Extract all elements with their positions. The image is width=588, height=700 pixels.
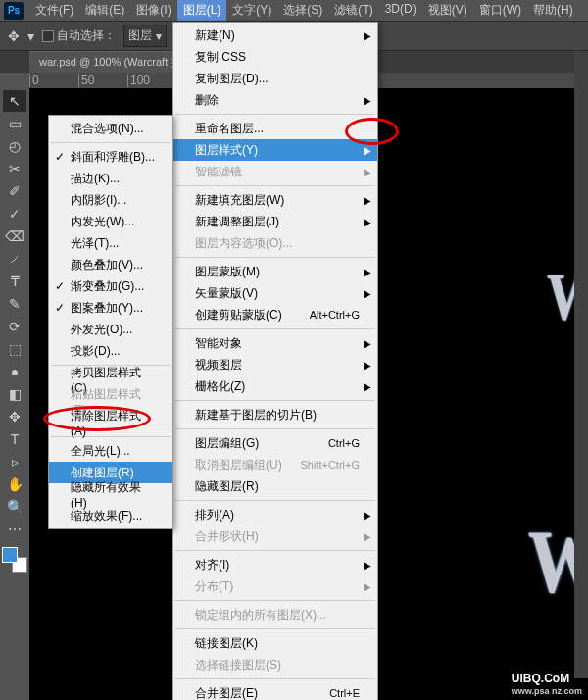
check-icon: ✓ [55, 279, 65, 293]
menu-item[interactable]: 删除▶ [173, 89, 377, 111]
menu-item[interactable]: 对齐(I)▶ [173, 554, 377, 575]
menu-l[interactable]: 图层(L) [177, 0, 227, 21]
tool-3[interactable]: ✂ [3, 158, 26, 179]
menu-s[interactable]: 选择(S) [277, 0, 328, 21]
tool-7[interactable]: ⟋ [3, 248, 26, 270]
submenu-arrow-icon: ▶ [364, 381, 371, 392]
menu-item-label: 光泽(T)... [71, 235, 119, 252]
tool-11[interactable]: ⬚ [3, 338, 26, 360]
menu-item[interactable]: ✓图案叠加(Y)... [49, 297, 172, 319]
menu-item-label: 重命名图层... [195, 121, 264, 137]
submenu-arrow-icon: ▶ [364, 95, 371, 106]
submenu-arrow-icon: ▶ [364, 560, 371, 571]
layer-menu-dropdown: 新建(N)▶复制 CSS复制图层(D)...删除▶重命名图层...图层样式(Y)… [172, 22, 378, 700]
tool-8[interactable]: ₸ [3, 271, 26, 292]
menu-item[interactable]: 矢量蒙版(V)▶ [173, 282, 377, 304]
tool-18[interactable]: 🔍 [3, 496, 26, 518]
menu-item[interactable]: ✓斜面和浮雕(B)... [49, 146, 172, 168]
auto-select-checkbox[interactable]: 自动选择： [42, 27, 116, 44]
chevron-down-icon: ▾ [156, 29, 162, 43]
menu-y[interactable]: 文字(Y) [226, 0, 277, 21]
menu-item[interactable]: 描边(K)... [49, 168, 172, 189]
tool-1[interactable]: ▭ [3, 113, 26, 134]
tool-12[interactable]: ● [3, 361, 26, 382]
tool-10[interactable]: ⟳ [3, 316, 26, 337]
menu-item[interactable]: 颜色叠加(V)... [49, 254, 172, 275]
menu-item[interactable]: 新建调整图层(J)▶ [173, 211, 377, 232]
menu-item[interactable]: 新建(N)▶ [173, 25, 377, 46]
menu-item[interactable]: 复制 CSS [173, 46, 377, 68]
tool-6[interactable]: ⌫ [3, 225, 26, 247]
menu-item[interactable]: 新建填充图层(W)▶ [173, 189, 377, 211]
menu-item[interactable]: 链接图层(K) [173, 632, 377, 654]
menu-item[interactable]: 智能对象▶ [173, 332, 377, 354]
menu-item[interactable]: 新建基于图层的切片(B) [173, 404, 377, 425]
menu-item-label: 隐藏图层(R) [195, 478, 259, 495]
menu-item[interactable]: 视频图层▶ [173, 354, 377, 375]
menu-item[interactable]: 外发光(O)... [49, 319, 172, 340]
menu-item[interactable]: 投影(D)... [49, 340, 172, 362]
menu-dd[interactable]: 3D(D) [379, 0, 422, 21]
menu-separator [175, 400, 375, 401]
menu-item-label: 颜色叠加(V)... [71, 257, 143, 274]
menu-item: 分布(T)▶ [173, 575, 377, 597]
dropdown-icon[interactable]: ▾ [27, 28, 34, 44]
menu-w[interactable]: 窗口(W) [473, 0, 527, 21]
menu-item[interactable]: 内发光(W)... [49, 211, 172, 232]
menu-item[interactable]: 隐藏所有效果(H) [49, 483, 172, 505]
menu-item[interactable]: 复制图层(D)... [173, 68, 377, 89]
menu-separator [175, 500, 375, 501]
foreground-color[interactable] [2, 547, 18, 563]
tool-17[interactable]: ✋ [3, 474, 26, 495]
tool-19[interactable]: ⋯ [3, 519, 26, 540]
menu-item[interactable]: 隐藏图层(R) [173, 475, 377, 497]
menu-item[interactable]: 清除图层样式(A) [49, 412, 172, 433]
tool-16[interactable]: ▹ [3, 451, 26, 473]
layer-select[interactable]: 图层 ▾ [123, 25, 167, 47]
menu-item[interactable]: 缩放效果(F)... [49, 505, 172, 526]
menu-item-label: 复制图层(D)... [195, 71, 269, 87]
menu-item[interactable]: ✓渐变叠加(G)... [49, 275, 172, 297]
color-swatches[interactable] [2, 547, 27, 573]
menu-item-label: 矢量蒙版(V) [195, 285, 258, 302]
tool-2[interactable]: ◴ [3, 135, 26, 157]
tool-9[interactable]: ✎ [3, 293, 26, 315]
menu-item[interactable]: 光泽(T)... [49, 232, 172, 254]
layer-select-label: 图层 [128, 27, 152, 44]
menu-item[interactable]: 图层样式(Y)▶ [173, 139, 377, 161]
tool-5[interactable]: ✓ [3, 203, 26, 225]
submenu-arrow-icon: ▶ [364, 195, 371, 206]
menu-item[interactable]: 重命名图层... [173, 118, 377, 139]
menu-item[interactable]: 栅格化(Z)▶ [173, 375, 377, 397]
tool-4[interactable]: ✐ [3, 180, 26, 202]
submenu-arrow-icon: ▶ [364, 288, 371, 299]
menu-h[interactable]: 帮助(H) [527, 0, 579, 21]
menu-item-label: 合并形状(H) [195, 528, 259, 545]
menu-item[interactable]: 图层蒙版(M)▶ [173, 261, 377, 282]
menu-item: 取消图层编组(U)Shift+Ctrl+G [173, 454, 377, 475]
menu-separator [175, 185, 375, 186]
menu-item[interactable]: 图层编组(G)Ctrl+G [173, 432, 377, 454]
menu-item[interactable]: 内阴影(I)... [49, 189, 172, 211]
menu-item-label: 斜面和浮雕(B)... [71, 149, 155, 166]
menu-e[interactable]: 编辑(E) [79, 0, 130, 21]
checkbox-icon [42, 30, 54, 42]
layer-style-submenu: 混合选项(N)...✓斜面和浮雕(B)...描边(K)...内阴影(I)...内… [48, 115, 173, 529]
tool-0[interactable]: ↖ [3, 90, 26, 112]
menu-v[interactable]: 视图(V) [422, 0, 473, 21]
tool-15[interactable]: T [3, 428, 26, 450]
menu-item[interactable]: 创建剪贴蒙版(C)Alt+Ctrl+G [173, 304, 377, 325]
menu-item[interactable]: 合并图层(E)Ctrl+E [173, 682, 377, 700]
menu-f[interactable]: 文件(F) [29, 0, 79, 21]
watermark: UiBQ.CoM www.psa nz.com [512, 669, 582, 696]
tool-14[interactable]: ✥ [3, 406, 26, 427]
menu-separator [51, 142, 171, 143]
menu-item[interactable]: 全局光(L)... [49, 440, 172, 462]
menu-t[interactable]: 滤镜(T) [328, 0, 378, 21]
menu-item[interactable]: 混合选项(N)... [49, 118, 172, 139]
menu-i[interactable]: 图像(I) [130, 0, 176, 21]
menu-item: 图层内容选项(O)... [173, 232, 377, 254]
menu-item[interactable]: 排列(A)▶ [173, 504, 377, 525]
document-tab[interactable]: war.psd @ 100% (Warcraft 拷 [29, 51, 191, 73]
tool-13[interactable]: ◧ [3, 383, 26, 405]
